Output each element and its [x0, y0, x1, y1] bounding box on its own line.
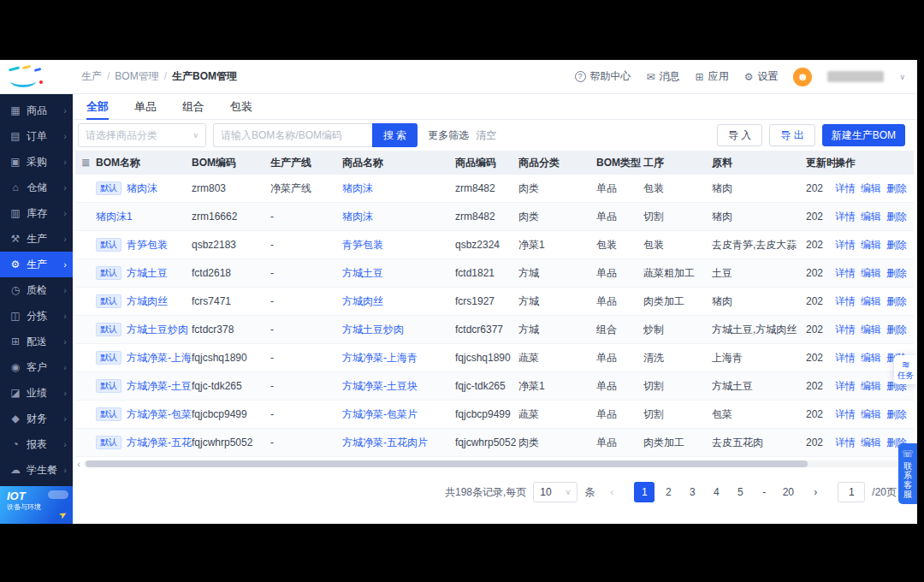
delete-link[interactable]: 删除: [886, 181, 907, 196]
sidebar-item[interactable]: ◆ 财务 ›: [0, 406, 73, 431]
detail-link[interactable]: 详情: [835, 323, 856, 337]
edit-link[interactable]: 编辑: [861, 379, 881, 394]
tab[interactable]: 包装: [230, 94, 252, 119]
sidebar-item[interactable]: ◔ 报表 ›: [0, 431, 73, 457]
edit-link[interactable]: 编辑: [861, 266, 881, 281]
customer-service-float-button[interactable]: ☏ 联系客服: [898, 443, 917, 504]
sidebar-item[interactable]: ◷ 质检 ›: [0, 277, 73, 303]
bom-name-link[interactable]: 方城土豆炒肉: [127, 323, 188, 337]
bom-name-link[interactable]: 方城净菜-包菜片: [127, 407, 192, 422]
edit-link[interactable]: 编辑: [861, 323, 881, 337]
delete-link[interactable]: 删除: [886, 407, 907, 422]
detail-link[interactable]: 详情: [835, 238, 856, 252]
tab[interactable]: 单品: [134, 94, 157, 119]
breadcrumb-item[interactable]: 生产/: [81, 69, 110, 84]
delete-link[interactable]: 删除: [886, 294, 907, 309]
sidebar-item[interactable]: ▦ 商品 ›: [0, 98, 73, 123]
detail-link[interactable]: 详情: [835, 181, 856, 196]
page-jump-input[interactable]: 1: [838, 482, 865, 502]
import-button[interactable]: 导 入: [717, 124, 762, 146]
edit-link[interactable]: 编辑: [861, 181, 881, 196]
tab[interactable]: 组合: [182, 94, 204, 119]
breadcrumb-item[interactable]: BOM管理/: [115, 69, 167, 84]
sidebar-item[interactable]: ▣ 采购 ›: [0, 149, 73, 175]
sidebar-item[interactable]: ⚙ 生产 ›: [0, 252, 73, 277]
page-number-button[interactable]: 4: [706, 482, 726, 502]
detail-link[interactable]: 详情: [835, 351, 856, 365]
product-name-link[interactable]: 方城净菜-上海青: [342, 352, 418, 364]
sidebar-item[interactable]: ☁ 学生餐 ›: [0, 457, 73, 483]
product-name-link[interactable]: 青笋包装: [342, 239, 383, 251]
sidebar-item[interactable]: ⚒ 生产 ›: [0, 226, 73, 252]
bom-name-link[interactable]: 猪肉沫1: [96, 210, 133, 224]
edit-link[interactable]: 编辑: [861, 407, 881, 422]
delete-link[interactable]: 删除: [886, 238, 907, 252]
edit-link[interactable]: 编辑: [861, 351, 881, 365]
scrollbar-thumb[interactable]: [86, 460, 808, 467]
task-float-button[interactable]: ≋ 任务: [894, 355, 917, 384]
page-number-button[interactable]: 5: [730, 482, 750, 502]
edit-link[interactable]: 编辑: [861, 294, 881, 309]
product-name-link[interactable]: 猪肉沫: [342, 211, 373, 223]
category-select[interactable]: 请选择商品分类 ∨: [78, 123, 206, 147]
delete-link[interactable]: 删除: [886, 266, 907, 281]
page-number-button[interactable]: 20: [778, 482, 798, 502]
sidebar-item[interactable]: ⌂ 仓储 ›: [0, 175, 73, 200]
product-name-link[interactable]: 猪肉沫: [342, 182, 373, 194]
sidebar-item[interactable]: ▥ 库存 ›: [0, 200, 73, 226]
breadcrumb-item[interactable]: 生产BOM管理: [172, 69, 242, 84]
bom-name-link[interactable]: 青笋包装: [127, 238, 168, 252]
iot-banner[interactable]: IOT 设备与环境 ➤: [0, 486, 73, 524]
edit-link[interactable]: 编辑: [861, 436, 881, 450]
sidebar-item[interactable]: ▤ 订单 ›: [0, 123, 73, 149]
topbar-action[interactable]: ⚙ 设置: [744, 69, 779, 84]
edit-link[interactable]: 编辑: [861, 238, 881, 252]
detail-link[interactable]: 详情: [835, 407, 856, 422]
bom-name-link[interactable]: 猪肉沫: [127, 181, 157, 196]
detail-link[interactable]: 详情: [835, 266, 856, 281]
create-bom-button[interactable]: 新建生产BOM: [822, 124, 905, 146]
topbar-action[interactable]: ⊞ 应用: [696, 69, 729, 84]
page-number-button[interactable]: 1: [634, 482, 654, 502]
product-name-link[interactable]: 方城净菜-五花肉片: [342, 436, 428, 448]
tab[interactable]: 全部: [86, 94, 109, 119]
export-button[interactable]: 导 出: [769, 124, 814, 146]
detail-link[interactable]: 详情: [835, 294, 856, 309]
detail-link[interactable]: 详情: [835, 379, 856, 394]
prev-page-button[interactable]: ‹: [601, 482, 622, 502]
page-size-select[interactable]: 10 ∨: [533, 482, 578, 502]
bom-name-link[interactable]: 方城净菜-五花肉片: [127, 436, 192, 450]
clear-filters-link[interactable]: 清空: [476, 128, 496, 143]
more-filters-link[interactable]: 更多筛选: [428, 128, 469, 143]
sidebar-item[interactable]: ◉ 客户 ›: [0, 354, 73, 380]
scrollbar-track[interactable]: [84, 460, 914, 467]
topbar-action[interactable]: ✉ 消息: [647, 69, 680, 84]
delete-link[interactable]: 删除: [886, 210, 907, 224]
product-name-link[interactable]: 方城土豆: [342, 267, 383, 279]
sidebar-item[interactable]: ◪ 业绩 ›: [0, 380, 73, 406]
edit-link[interactable]: 编辑: [861, 210, 881, 224]
column-filter-icon[interactable]: ≣: [75, 157, 96, 169]
detail-link[interactable]: 详情: [835, 436, 856, 450]
bom-name-link[interactable]: 方城肉丝: [127, 294, 168, 309]
page-number-button[interactable]: -: [754, 482, 774, 502]
product-name-link[interactable]: 方城净菜-土豆块: [342, 380, 418, 392]
search-input[interactable]: [213, 123, 372, 147]
scroll-left-arrow[interactable]: ‹: [75, 459, 82, 469]
product-name-link[interactable]: 方城土豆炒肉: [342, 324, 404, 336]
chevron-down-icon[interactable]: ∨: [899, 73, 905, 81]
page-number-button[interactable]: 2: [658, 482, 678, 502]
bom-name-link[interactable]: 方城土豆: [127, 266, 168, 281]
product-name-link[interactable]: 方城肉丝: [342, 295, 383, 307]
page-number-button[interactable]: 3: [682, 482, 702, 502]
sidebar-item[interactable]: ◫ 分拣 ›: [0, 303, 73, 329]
sidebar-item[interactable]: ⊞ 配送 ›: [0, 329, 73, 354]
topbar-action[interactable]: ? 帮助中心: [575, 69, 631, 84]
delete-link[interactable]: 删除: [886, 323, 907, 337]
avatar[interactable]: ☻: [793, 68, 812, 86]
bom-name-link[interactable]: 方城净菜-土豆块: [127, 379, 192, 394]
search-button[interactable]: 搜 索: [372, 123, 418, 147]
product-name-link[interactable]: 方城净菜-包菜片: [342, 408, 418, 420]
detail-link[interactable]: 详情: [835, 210, 856, 224]
bom-name-link[interactable]: 方城净菜-上海青: [127, 351, 192, 365]
